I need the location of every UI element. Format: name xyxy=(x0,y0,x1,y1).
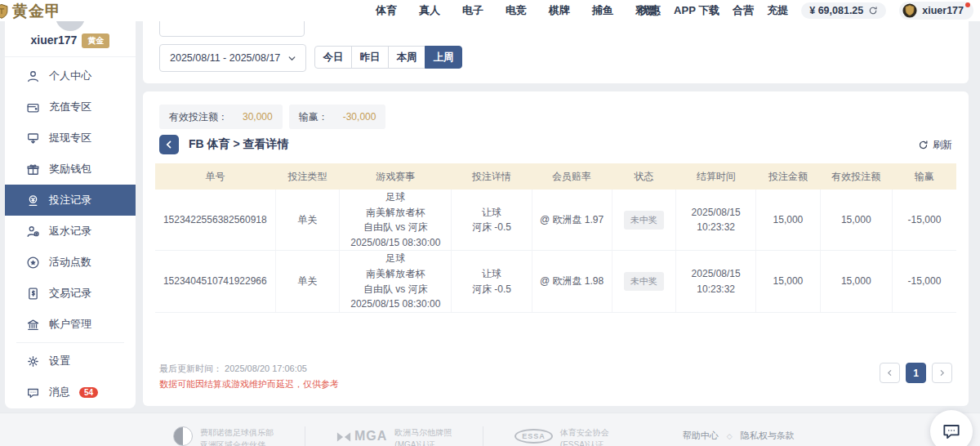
points-icon xyxy=(26,256,40,270)
tab-today[interactable]: 今日 xyxy=(314,46,352,69)
footer-link-help-center[interactable]: 帮助中心 xyxy=(683,430,719,442)
valid-bet-summary: 有效投注额： 30,000 xyxy=(159,105,283,129)
notification-dot xyxy=(965,2,970,7)
back-button[interactable] xyxy=(159,135,179,154)
sidebar-item-reward-wallet[interactable]: 奖励钱包 xyxy=(5,154,136,185)
sidebar-item-label: 返水记录 xyxy=(49,224,91,239)
partner-line1: 体育安全协会 xyxy=(560,426,609,439)
valid-bet-cell: 15,000 xyxy=(820,251,892,312)
bet-record-icon xyxy=(26,194,40,207)
detail-header-row: FB 体育 > 查看详情 刷新 xyxy=(159,134,952,155)
primary-nav: 体育真人电子电竞棋牌捕鱼彩票 xyxy=(376,0,657,21)
nav-item-esports[interactable]: 电竞 xyxy=(506,3,527,18)
page-number-button[interactable]: 1 xyxy=(906,363,926,383)
partner-line1: 费耶诺德足球俱乐部 xyxy=(200,426,274,439)
page-footer: 费耶诺德足球俱乐部 亚洲区域合作伙伴 MGA 欧洲马尔他牌照 (MGA)认证 E… xyxy=(0,413,980,446)
column-header: 会员赔率 xyxy=(532,163,612,190)
table-header-row: 单号投注类型游戏赛事投注详情会员赔率状态结算时间投注金额有效投注额输赢 xyxy=(155,163,956,190)
sidebar-item-betting-records[interactable]: 投注记录 xyxy=(5,185,136,216)
sidebar-item-rebate-records[interactable]: 返水记录 xyxy=(5,216,136,247)
valid-bet-value: 30,000 xyxy=(243,111,273,123)
next-page-button[interactable] xyxy=(932,363,952,383)
column-header: 结算时间 xyxy=(676,163,756,190)
nav-item-live-casino[interactable]: 真人 xyxy=(419,3,440,18)
sidebar-item-withdraw[interactable]: 提现专区 xyxy=(5,123,136,154)
bet-detail-cell: 让球河床 -0.5 xyxy=(452,251,532,312)
header-link-promotions[interactable]: 优惠 xyxy=(639,3,661,18)
order-id-cell: 1523422556382560918 xyxy=(155,190,275,251)
refresh-button[interactable]: 刷新 xyxy=(918,138,952,152)
sidebar-item-label: 个人中心 xyxy=(49,69,91,83)
header-link-deposit-withdraw[interactable]: 充提 xyxy=(767,3,788,18)
tab-last-week[interactable]: 上周 xyxy=(425,46,462,69)
summary-row: 有效投注额： 30,000 输赢： -30,000 xyxy=(159,105,385,129)
header-username: xiuer177 xyxy=(922,5,964,16)
user-menu[interactable]: xiuer177 xyxy=(899,2,973,20)
settle-time-cell: 2025/08/1510:23:32 xyxy=(676,251,756,312)
withdraw-icon xyxy=(26,132,40,145)
partner-feyenoord: 费耶诺德足球俱乐部 亚洲区域合作伙伴 xyxy=(173,426,274,446)
gift-icon xyxy=(26,163,40,176)
balance-display[interactable]: ¥ 69,081.25 xyxy=(801,2,886,19)
bet-type-cell: 单关 xyxy=(275,251,339,312)
tab-yesterday[interactable]: 昨日 xyxy=(351,46,389,69)
bet-amount-cell: 15,000 xyxy=(756,251,820,312)
message-icon xyxy=(26,386,40,399)
sidebar-item-label: 提现专区 xyxy=(49,131,91,145)
win-loss-summary: 输赢： -30,000 xyxy=(289,105,386,129)
column-header: 游戏赛事 xyxy=(340,163,452,190)
refresh-icon xyxy=(918,140,929,150)
nav-item-fishing[interactable]: 捕鱼 xyxy=(592,3,613,18)
sidebar-item-account-management[interactable]: 帐户管理 xyxy=(5,309,136,340)
disclaimer-text: 数据可能因结算或游戏维护而延迟，仅供参考 xyxy=(159,377,339,392)
header-link-app-download[interactable]: APP 下载 xyxy=(674,3,719,18)
avatar[interactable] xyxy=(56,21,85,31)
win-loss-cell: -15,000 xyxy=(892,190,956,251)
date-range-select[interactable]: 2025/08/11 - 2025/08/17 xyxy=(159,44,306,72)
sidebar-item-label: 交易记录 xyxy=(49,286,91,301)
game-select-input[interactable] xyxy=(159,21,305,37)
nav-item-slots[interactable]: 电子 xyxy=(462,3,483,18)
column-header: 投注金额 xyxy=(756,163,820,190)
sidebar-item-deposit[interactable]: 充值专区 xyxy=(5,91,136,123)
rebate-icon xyxy=(26,225,40,239)
refresh-label: 刷新 xyxy=(933,138,952,152)
column-header: 投注详情 xyxy=(452,163,532,190)
chevron-right-icon xyxy=(938,368,947,377)
sidebar-user-block: xiuer177黄金 xyxy=(5,21,136,57)
menu-divider xyxy=(16,342,124,343)
tab-this-week[interactable]: 本周 xyxy=(388,46,425,69)
customer-service-chat-button[interactable] xyxy=(930,410,973,446)
table-row: 1523404510741922966 单关 足球南美解放者杯自由队 vs 河床… xyxy=(155,251,956,312)
avatar-shield-icon xyxy=(902,3,917,18)
sidebar-item-label: 帐户管理 xyxy=(49,317,91,332)
table-footnote: 最后更新时间： 2025/08/20 17:06:05 数据可能因结算或游戏维护… xyxy=(159,361,339,391)
unread-count-badge: 54 xyxy=(79,387,98,398)
refresh-icon[interactable] xyxy=(868,6,878,16)
bet-records-table: 单号投注类型游戏赛事投注详情会员赔率状态结算时间投注金额有效投注额输赢 1523… xyxy=(155,163,956,313)
sidebar-item-transaction-records[interactable]: 交易记录 xyxy=(5,278,136,309)
nav-item-card-games[interactable]: 棋牌 xyxy=(549,3,570,18)
partner-line2: (ESSA)认证 xyxy=(560,439,609,446)
footer-link-privacy-terms[interactable]: 隐私权与条款 xyxy=(741,430,795,442)
logo-text: 黄金甲 xyxy=(12,1,61,22)
feyenoord-logo-icon xyxy=(173,426,193,446)
table-row: 1523422556382560918 单关 足球南美解放者杯自由队 vs 河床… xyxy=(155,190,956,251)
sidebar-item-activity-points[interactable]: 活动点数 xyxy=(5,247,136,278)
header-link-joint-venture[interactable]: 合营 xyxy=(733,3,754,18)
chevron-down-icon xyxy=(287,53,297,64)
sidebar-item-settings[interactable]: 设置 xyxy=(5,346,136,377)
site-logo[interactable]: 黄金甲 xyxy=(0,1,61,22)
column-header: 有效投注额 xyxy=(820,163,892,190)
nav-item-sports[interactable]: 体育 xyxy=(376,3,397,18)
prev-page-button[interactable] xyxy=(880,363,900,383)
odds-cell: @ 欧洲盘 1.97 xyxy=(532,190,612,251)
gear-icon xyxy=(26,355,40,368)
sidebar-item-messages[interactable]: 消息 54 xyxy=(5,377,136,408)
status-cell: 未中奖 xyxy=(612,251,675,312)
breadcrumb: FB 体育 > 查看详情 xyxy=(189,137,289,152)
sidebar-item-profile[interactable]: 个人中心 xyxy=(5,60,136,91)
win-loss-cell: -15,000 xyxy=(892,251,956,312)
sidebar-item-label: 活动点数 xyxy=(49,255,91,270)
last-updated-text: 最后更新时间： 2025/08/20 17:06:05 xyxy=(159,361,339,377)
